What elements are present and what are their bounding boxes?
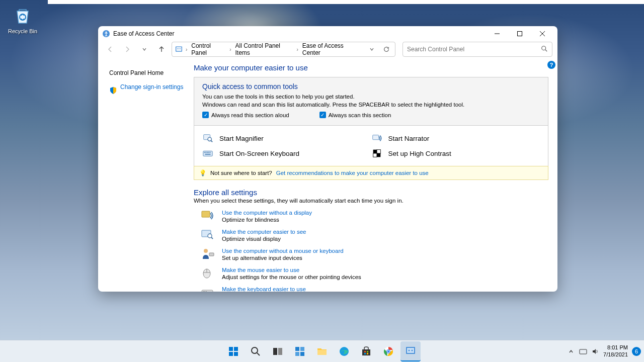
quick-access-title: Quick access to common tools: [202, 82, 540, 90]
search-input[interactable]: [407, 46, 541, 53]
search-box[interactable]: [403, 42, 552, 57]
widgets-button[interactable]: [290, 341, 310, 361]
page-heading: Make your computer easier to use: [194, 63, 548, 72]
change-signin-link[interactable]: Change sign-in settings: [120, 83, 183, 90]
top-edge: [48, 0, 644, 4]
breadcrumb-control-panel[interactable]: Control Panel: [190, 42, 226, 56]
store-button[interactable]: [356, 341, 376, 361]
close-button[interactable]: [531, 26, 553, 41]
minimize-button[interactable]: [486, 26, 508, 41]
svg-rect-25: [373, 150, 376, 153]
recycle-bin-label: Recycle Bin: [8, 28, 38, 34]
taskbar-center: [223, 341, 421, 361]
svg-rect-45: [229, 352, 233, 356]
svg-rect-17: [372, 135, 378, 140]
breadcrumb-all-items[interactable]: All Control Panel Items: [234, 42, 294, 56]
address-bar[interactable]: › Control Panel › All Control Panel Item…: [172, 42, 395, 57]
tip-bar: 💡 Not sure where to start? Get recommend…: [194, 166, 548, 180]
clock[interactable]: 8:01 PM 7/18/2021: [603, 344, 628, 357]
svg-point-12: [542, 46, 546, 50]
always-scan-checkbox[interactable]: ✓Always scan this section: [319, 112, 391, 118]
svg-rect-52: [300, 347, 304, 351]
input-indicator-icon[interactable]: [579, 347, 587, 355]
tray-overflow-icon[interactable]: [567, 347, 575, 355]
search-icon[interactable]: [541, 45, 548, 54]
explore-subtext: When you select these settings, they wil…: [194, 198, 548, 204]
chrome-button[interactable]: [378, 341, 398, 361]
svg-point-15: [208, 137, 211, 141]
taskbar[interactable]: 8:01 PM 7/18/2021 6: [0, 340, 644, 362]
setting-keyboard-easier: Make the keyboard easier to useAdjust se…: [194, 286, 548, 292]
svg-rect-55: [317, 350, 327, 355]
magnifier-icon: [202, 133, 213, 144]
svg-rect-29: [202, 211, 210, 217]
notification-badge[interactable]: 6: [632, 347, 641, 356]
task-view-button[interactable]: [268, 341, 288, 361]
recommendations-link[interactable]: Get recommendations to make your compute…: [276, 170, 429, 176]
start-button[interactable]: [223, 341, 244, 361]
desc-easier-to-see: Optimize visual display: [222, 236, 306, 242]
svg-rect-21: [207, 152, 208, 153]
volume-icon[interactable]: [591, 347, 599, 355]
up-button[interactable]: [154, 42, 169, 56]
high-contrast-link[interactable]: Set up High Contrast: [371, 148, 540, 159]
file-explorer-button[interactable]: [312, 341, 332, 361]
svg-rect-19: [204, 152, 205, 153]
start-osk-link[interactable]: Start On-Screen Keyboard: [202, 148, 371, 159]
explore-heading: Explore all settings: [194, 188, 548, 197]
refresh-button[interactable]: [381, 43, 392, 55]
svg-point-33: [204, 249, 208, 253]
svg-rect-61: [367, 353, 368, 354]
svg-rect-22: [208, 152, 209, 153]
address-dropdown[interactable]: [366, 43, 377, 55]
breadcrumb-ease-of-access[interactable]: Ease of Access Center: [301, 42, 360, 56]
start-magnifier-link[interactable]: Start Magnifier: [202, 133, 371, 144]
checkbox-checked-icon: ✓: [319, 112, 326, 118]
svg-rect-24: [205, 154, 211, 155]
link-easier-to-see[interactable]: Make the computer easier to see: [222, 229, 306, 235]
system-tray: 8:01 PM 7/18/2021 6: [567, 344, 641, 357]
start-narrator-link[interactable]: Start Narrator: [371, 133, 540, 144]
setting-without-display: Use the computer without a displayOptimi…: [194, 210, 548, 223]
help-icon[interactable]: ?: [547, 61, 555, 69]
svg-rect-50: [278, 348, 282, 355]
forward-button[interactable]: [120, 42, 134, 56]
search-taskbar-button[interactable]: [246, 341, 266, 361]
back-button[interactable]: [103, 42, 117, 56]
svg-point-2: [106, 32, 107, 33]
quick-access-box: Quick access to common tools You can use…: [194, 77, 548, 126]
link-keyboard-easier[interactable]: Make the keyboard easier to use: [222, 286, 306, 292]
svg-point-31: [208, 234, 212, 238]
recent-dropdown[interactable]: [137, 42, 151, 56]
control-panel-icon: [175, 45, 183, 53]
keyboard-icon: [202, 148, 213, 159]
setting-without-mouse: Use the computer without a mouse or keyb…: [194, 248, 548, 261]
link-without-display[interactable]: Use the computer without a display: [222, 210, 312, 216]
lightbulb-icon: 💡: [199, 169, 206, 176]
desc-without-mouse: Set up alternative input devices: [222, 255, 344, 261]
edge-button[interactable]: [334, 341, 354, 361]
svg-line-13: [545, 49, 547, 51]
always-read-checkbox[interactable]: ✓Always read this section aloud: [202, 112, 289, 118]
svg-rect-18: [203, 151, 212, 156]
chevron-right-icon: ›: [186, 47, 187, 52]
window-title: Ease of Access Center: [113, 30, 174, 37]
checkbox-checked-icon: ✓: [202, 112, 209, 118]
svg-rect-44: [234, 347, 238, 351]
control-panel-taskbar-button[interactable]: [400, 341, 421, 361]
svg-point-47: [252, 347, 258, 353]
recycle-bin-desktop-icon[interactable]: Recycle Bin: [8, 5, 38, 34]
svg-point-65: [387, 350, 390, 352]
setting-easier-to-see: Make the computer easier to seeOptimize …: [194, 229, 548, 242]
maximize-button[interactable]: [508, 26, 531, 41]
svg-rect-67: [407, 348, 414, 353]
desc-without-display: Optimize for blindness: [222, 217, 312, 223]
link-mouse-easier[interactable]: Make the mouse easier to use: [222, 267, 361, 273]
svg-point-69: [412, 349, 413, 351]
svg-rect-26: [377, 153, 380, 157]
control-panel-home-link[interactable]: Control Panel Home: [109, 69, 188, 76]
chevron-right-icon: ›: [296, 47, 298, 52]
titlebar[interactable]: Ease of Access Center: [98, 26, 557, 41]
link-without-mouse[interactable]: Use the computer without a mouse or keyb…: [222, 248, 344, 254]
svg-rect-60: [364, 353, 366, 354]
